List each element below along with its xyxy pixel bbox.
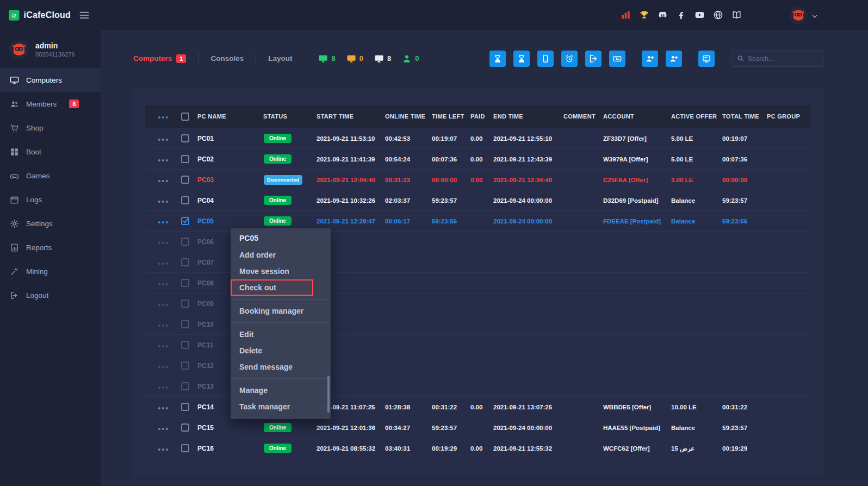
tab-layout[interactable]: Layout: [256, 53, 304, 65]
row-actions-icon[interactable]: [158, 304, 168, 306]
table-row-pc03[interactable]: PC03Disconnected2021-09-21 12:04:4000:31…: [145, 169, 810, 190]
table-row-pc01[interactable]: PC01Online2021-09-21 11:53:1000:42:5300:…: [145, 128, 810, 148]
row-actions-icon[interactable]: [158, 159, 168, 161]
sidebar-item-mining[interactable]: Mining: [0, 259, 101, 283]
sidebar-item-logout[interactable]: Logout: [0, 283, 101, 307]
cell-left: 00:07:36: [432, 156, 470, 163]
cash-button[interactable]: [609, 51, 625, 67]
scrollbar-thumb[interactable]: [327, 376, 330, 413]
book-icon[interactable]: [731, 10, 742, 20]
discord-icon[interactable]: [658, 10, 668, 20]
menu-item-task-manager[interactable]: Task manager: [231, 398, 331, 415]
context-menu: PC05Add orderMove sessionCheck outBookin…: [231, 228, 331, 419]
row-checkbox[interactable]: [181, 423, 189, 432]
cell-online: 00:54:24: [385, 156, 432, 163]
youtube-icon[interactable]: [695, 10, 705, 20]
menu-item-booking-manager[interactable]: Booking manager: [231, 303, 331, 319]
alarm-button[interactable]: [561, 51, 578, 67]
hamburger-menu-icon[interactable]: [78, 9, 90, 21]
cell-paid: 0.00: [470, 177, 493, 183]
menu-item-edit[interactable]: Edit: [231, 326, 331, 342]
row-checkbox[interactable]: [181, 403, 189, 411]
row-actions-icon[interactable]: [158, 366, 168, 368]
cell-account: FDEEAE [Postpaid]: [603, 218, 671, 225]
cell-end: 2021-09-24 00:00:00: [493, 218, 563, 225]
column-header-end: END TIME: [493, 113, 563, 120]
sidebar-item-shop[interactable]: Shop: [0, 116, 101, 140]
counter-value: 8: [387, 54, 391, 63]
row-checkbox[interactable]: [181, 320, 189, 328]
row-actions-icon[interactable]: [158, 325, 168, 327]
facebook-icon[interactable]: [676, 10, 686, 20]
sidebar-item-boot[interactable]: Boot: [0, 140, 101, 164]
search-input[interactable]: [748, 55, 813, 63]
menu-item-manage[interactable]: Manage: [231, 382, 331, 398]
cell-start: 2021-09-21 11:53:10: [317, 135, 385, 142]
row-actions-icon[interactable]: [158, 345, 168, 347]
add-guest-button[interactable]: [666, 51, 682, 67]
row-checkbox[interactable]: [181, 279, 189, 287]
row-actions-icon[interactable]: [158, 387, 168, 389]
add-member-button[interactable]: [642, 51, 658, 67]
row-actions-icon[interactable]: [158, 221, 168, 223]
row-checkbox[interactable]: [181, 196, 189, 204]
sidebar-item-reports[interactable]: Reports: [0, 235, 101, 259]
table-row-pc16[interactable]: PC16Online2021-09-21 08:55:3203:40:3100:…: [145, 438, 810, 458]
table-row-pc15[interactable]: PC15Online2021-09-21 12:01:3600:34:2759:…: [145, 417, 810, 438]
sidebar-item-settings[interactable]: Settings: [0, 211, 101, 235]
row-actions-icon[interactable]: [158, 263, 168, 265]
row-actions-icon[interactable]: [158, 407, 168, 409]
menu-item-delete[interactable]: Delete: [231, 342, 331, 359]
sidebar-item-members[interactable]: Members8: [0, 92, 101, 116]
row-checkbox[interactable]: [181, 176, 189, 184]
license-button[interactable]: [698, 51, 715, 67]
row-checkbox[interactable]: [181, 134, 189, 142]
menu-item-check-out[interactable]: Check out: [231, 279, 313, 296]
row-actions-icon[interactable]: [158, 448, 168, 451]
row-checkbox[interactable]: [181, 362, 189, 370]
pc-name: PC15: [197, 424, 214, 432]
cell-paid: 0.00: [470, 404, 493, 410]
row-checkbox[interactable]: [181, 341, 189, 349]
globe-icon[interactable]: [713, 10, 723, 20]
row-actions-icon[interactable]: [158, 180, 168, 182]
select-all-checkbox[interactable]: [181, 113, 189, 121]
table-row-pc02[interactable]: PC02Online2021-09-21 11:41:3900:54:2400:…: [145, 148, 810, 169]
row-checkbox[interactable]: [181, 238, 189, 246]
user-menu[interactable]: [789, 6, 818, 24]
tab-bar: Computers1ConsolesLayout: [132, 45, 304, 72]
table-row-pc04[interactable]: PC04Online2021-09-21 10:32:2602:03:3759:…: [145, 190, 810, 210]
row-actions-icon[interactable]: [158, 242, 168, 244]
alarm-icon: [565, 54, 574, 63]
sidebar-badge: 8: [69, 99, 79, 108]
checkout-button[interactable]: [585, 51, 602, 67]
row-actions-icon[interactable]: [158, 201, 168, 203]
row-actions-icon[interactable]: [158, 283, 168, 285]
cell-total: 00:31:22: [722, 404, 767, 410]
menu-item-send-message[interactable]: Send message: [231, 359, 331, 375]
header-actions-icon[interactable]: [158, 116, 168, 119]
menu-item-move-session[interactable]: Move session: [231, 263, 331, 279]
tab-computers[interactable]: Computers1: [132, 53, 199, 65]
monitor-icon: [10, 76, 19, 85]
chevron-down-icon: [811, 12, 818, 18]
row-actions-icon[interactable]: [158, 428, 168, 430]
sidebar-item-games[interactable]: Games: [0, 164, 101, 188]
sidebar-item-logs[interactable]: Logs: [0, 188, 101, 211]
row-checkbox[interactable]: [181, 217, 189, 225]
timed-session-button[interactable]: [513, 51, 530, 67]
row-checkbox[interactable]: [181, 258, 189, 266]
row-checkbox[interactable]: [181, 444, 189, 452]
stats-icon[interactable]: [621, 10, 631, 20]
menu-item-add-order[interactable]: Add order: [231, 247, 331, 263]
mobile-button[interactable]: [537, 51, 554, 67]
column-header-online: ONLINE TIME: [385, 113, 432, 120]
row-checkbox[interactable]: [181, 300, 189, 308]
trophy-icon[interactable]: [639, 10, 649, 20]
sidebar-item-computers[interactable]: Computers: [0, 68, 101, 92]
row-checkbox[interactable]: [181, 382, 189, 390]
row-actions-icon[interactable]: [158, 139, 168, 141]
guest-session-button[interactable]: [489, 51, 506, 67]
row-checkbox[interactable]: [181, 155, 189, 163]
tab-consoles[interactable]: Consoles: [199, 53, 256, 65]
